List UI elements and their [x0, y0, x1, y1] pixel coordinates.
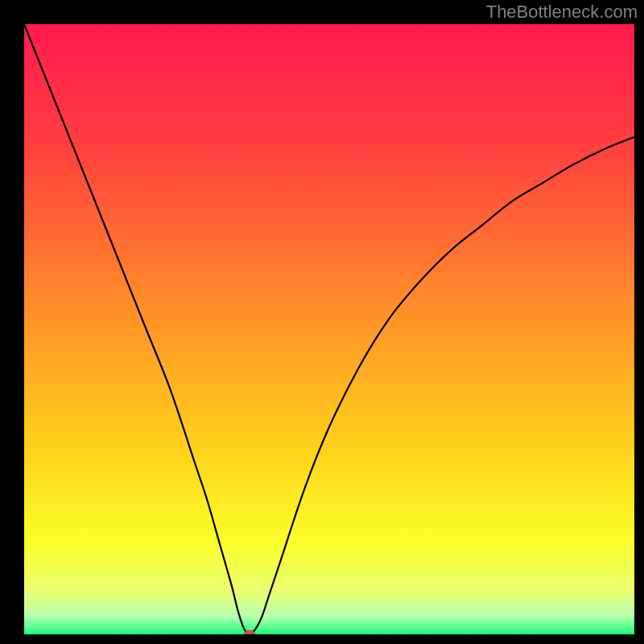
- plot-area: [24, 24, 634, 634]
- bottleneck-curve: [24, 24, 634, 634]
- watermark-text: TheBottleneck.com: [486, 2, 638, 23]
- minimum-marker: [244, 630, 255, 634]
- chart-container: TheBottleneck.com: [0, 0, 644, 644]
